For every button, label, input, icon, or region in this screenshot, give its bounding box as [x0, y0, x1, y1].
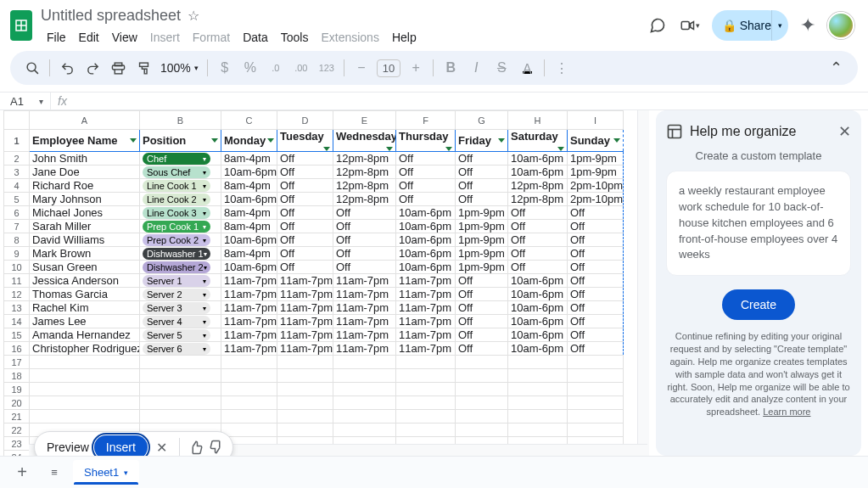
- empty-cell[interactable]: [140, 410, 221, 423]
- empty-cell[interactable]: [508, 369, 568, 383]
- row-header-5[interactable]: 5: [4, 193, 30, 206]
- empty-cell[interactable]: [221, 423, 277, 437]
- cell[interactable]: 11am-7pm: [333, 328, 396, 342]
- header-cell[interactable]: Tuesday: [277, 130, 333, 152]
- cell[interactable]: Off: [277, 152, 333, 165]
- empty-cell[interactable]: [396, 396, 456, 410]
- empty-cell[interactable]: [140, 369, 221, 383]
- filter-icon[interactable]: [498, 138, 505, 143]
- cell[interactable]: Off: [508, 206, 568, 220]
- close-panel-icon[interactable]: ✕: [838, 122, 851, 141]
- cell[interactable]: 11am-7pm: [396, 301, 456, 315]
- cell[interactable]: Off: [568, 301, 624, 315]
- cell[interactable]: 10am-6pm: [221, 233, 277, 247]
- cell[interactable]: 2pm-10pm: [568, 179, 624, 193]
- cell[interactable]: 1pm-9pm: [456, 206, 508, 220]
- add-sheet-icon[interactable]: +: [8, 461, 36, 485]
- row-header-17[interactable]: 17: [4, 356, 30, 369]
- empty-cell[interactable]: [508, 356, 568, 369]
- empty-cell[interactable]: [277, 383, 333, 396]
- preview-button[interactable]: Preview: [47, 440, 89, 454]
- cell-position[interactable]: Server 4▾: [140, 315, 221, 328]
- cell[interactable]: 10am-6pm: [508, 152, 568, 165]
- empty-cell[interactable]: [568, 410, 624, 423]
- thumbs-up-icon[interactable]: [188, 440, 204, 455]
- cell[interactable]: 10am-6pm: [508, 165, 568, 179]
- filter-icon[interactable]: [323, 147, 330, 151]
- cell[interactable]: 1pm-9pm: [568, 165, 624, 179]
- empty-cell[interactable]: [333, 423, 396, 437]
- cell[interactable]: 12pm-8pm: [508, 193, 568, 206]
- cell[interactable]: 11am-7pm: [221, 274, 277, 288]
- meet-icon[interactable]: ▾: [680, 15, 700, 36]
- cell-position[interactable]: Server 1▾: [140, 274, 221, 288]
- cell[interactable]: Off: [568, 288, 624, 301]
- row-header-10[interactable]: 10: [4, 261, 30, 274]
- cell[interactable]: Off: [456, 301, 508, 315]
- cell[interactable]: 1pm-9pm: [456, 247, 508, 261]
- cell[interactable]: Off: [277, 206, 333, 220]
- menu-help[interactable]: Help: [386, 27, 423, 48]
- cell[interactable]: 10am-6pm: [508, 274, 568, 288]
- sheet-tab-dropdown-icon[interactable]: ▾: [124, 468, 128, 477]
- cell[interactable]: Off: [277, 233, 333, 247]
- menu-format[interactable]: Format: [187, 27, 236, 48]
- empty-cell[interactable]: [333, 356, 396, 369]
- cell[interactable]: Off: [456, 288, 508, 301]
- cell[interactable]: 10am-6pm: [221, 193, 277, 206]
- cell[interactable]: 10am-6pm: [508, 315, 568, 328]
- col-header-I[interactable]: I: [568, 111, 624, 130]
- cell[interactable]: 10am-6pm: [396, 220, 456, 233]
- row-header-22[interactable]: 22: [4, 423, 30, 437]
- cell[interactable]: 8am-4pm: [221, 247, 277, 261]
- cell[interactable]: 8am-4pm: [221, 179, 277, 193]
- cell-name[interactable]: Michael Jones: [30, 206, 140, 220]
- print-icon[interactable]: [106, 56, 130, 80]
- col-header-C[interactable]: C: [221, 111, 277, 130]
- row-header-6[interactable]: 6: [4, 206, 30, 220]
- position-chip[interactable]: Server 1▾: [143, 275, 210, 287]
- empty-cell[interactable]: [333, 383, 396, 396]
- cell[interactable]: Off: [568, 220, 624, 233]
- cell[interactable]: 12pm-8pm: [333, 152, 396, 165]
- row-header-4[interactable]: 4: [4, 179, 30, 193]
- row-header-11[interactable]: 11: [4, 274, 30, 288]
- cell[interactable]: 11am-7pm: [333, 288, 396, 301]
- cell[interactable]: Off: [277, 261, 333, 274]
- cell[interactable]: Off: [508, 247, 568, 261]
- empty-cell[interactable]: [140, 356, 221, 369]
- cell-position[interactable]: Server 5▾: [140, 328, 221, 342]
- cell-name[interactable]: John Smith: [30, 152, 140, 165]
- cell-position[interactable]: Line Cook 2▾: [140, 193, 221, 206]
- col-header-H[interactable]: H: [508, 111, 568, 130]
- cell[interactable]: 11am-7pm: [333, 315, 396, 328]
- empty-cell[interactable]: [140, 396, 221, 410]
- cell[interactable]: Off: [568, 342, 624, 356]
- all-sheets-icon[interactable]: ≡: [41, 461, 68, 485]
- cell[interactable]: Off: [456, 342, 508, 356]
- insert-button[interactable]: Insert: [94, 435, 148, 456]
- cell[interactable]: Off: [277, 193, 333, 206]
- position-chip[interactable]: Prep Cook 1▾: [143, 221, 210, 233]
- font-size-input[interactable]: 10: [377, 59, 400, 77]
- chevron-down-icon[interactable]: ▾: [203, 169, 206, 177]
- menu-view[interactable]: View: [106, 27, 143, 48]
- chevron-down-icon[interactable]: ▾: [203, 196, 206, 204]
- paint-format-icon[interactable]: [132, 56, 155, 80]
- empty-cell[interactable]: [508, 383, 568, 396]
- cell[interactable]: Off: [568, 206, 624, 220]
- row-header-23[interactable]: 23: [4, 437, 30, 451]
- cell[interactable]: 10am-6pm: [396, 261, 456, 274]
- col-header-D[interactable]: D: [277, 111, 333, 130]
- chevron-down-icon[interactable]: ▾: [203, 278, 206, 285]
- cell[interactable]: Off: [568, 328, 624, 342]
- empty-cell[interactable]: [277, 423, 333, 437]
- redo-icon[interactable]: [81, 56, 104, 80]
- empty-cell[interactable]: [396, 423, 456, 437]
- name-box[interactable]: A1: [0, 95, 39, 108]
- empty-cell[interactable]: [396, 410, 456, 423]
- cell[interactable]: 11am-7pm: [396, 288, 456, 301]
- currency-icon[interactable]: $: [213, 56, 237, 80]
- empty-cell[interactable]: [456, 356, 508, 369]
- sheet-tab-1[interactable]: Sheet1 ▾: [73, 460, 139, 485]
